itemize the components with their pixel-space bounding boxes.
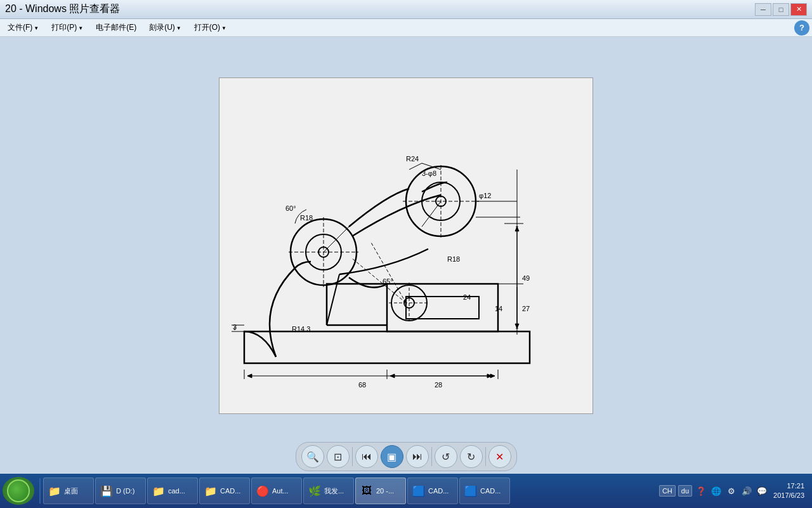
- taskbar-item-cad3[interactable]: 🟦 CAD...: [407, 478, 458, 504]
- separator3: [485, 447, 486, 466]
- taskbar-item-cad2[interactable]: 📁 CAD...: [199, 478, 250, 504]
- notification-icon[interactable]: 💬: [756, 485, 768, 497]
- window-controls: ─ □ ✕: [755, 3, 807, 16]
- rotate-right-button[interactable]: ↻: [460, 445, 483, 468]
- d-drive-icon: 💾: [100, 484, 114, 498]
- window-title: 20 - Windows 照片查看器: [5, 3, 120, 16]
- dim-r18-mid: R18: [447, 255, 460, 263]
- taskbar-item-desktop[interactable]: 📁 桌面: [43, 478, 94, 504]
- speaker-icon[interactable]: 🔊: [740, 485, 753, 497]
- dim-phi12: φ12: [479, 192, 491, 199]
- dim-r24: R24: [406, 155, 419, 163]
- zoom-button[interactable]: 🔍: [301, 445, 324, 468]
- toolbar-group: 🔍 ⊡ ⏮ ▣ ⏭ ↺ ↻ ✕: [296, 442, 517, 471]
- photo-toolbar: 🔍 ⊡ ⏮ ▣ ⏭ ↺ ↻ ✕: [0, 439, 812, 474]
- menu-email[interactable]: 电子邮件(E): [91, 21, 141, 34]
- rotate-left-button[interactable]: ↺: [435, 445, 457, 468]
- dim-14: 14: [495, 305, 502, 312]
- slideshow-button[interactable]: ▣: [381, 445, 403, 468]
- maximize-button[interactable]: □: [773, 3, 789, 16]
- start-button[interactable]: [3, 477, 34, 505]
- prev-button[interactable]: ⏮: [355, 445, 378, 468]
- menu-file[interactable]: 文件(F)▼: [3, 21, 44, 34]
- cad4-label: CAD...: [480, 487, 501, 495]
- dim-angle65: 65°: [383, 277, 393, 285]
- dim-r18-top: R18: [300, 214, 313, 222]
- cad4-icon: 🟦: [464, 484, 478, 498]
- taskbar-item-photos[interactable]: 🖼 20 -...: [355, 478, 406, 504]
- minimize-button[interactable]: ─: [755, 3, 771, 16]
- dim-r14: R14.3: [292, 325, 310, 333]
- separator2: [431, 447, 432, 466]
- cad1-label: cad...: [168, 487, 185, 495]
- taskbar: 📁 桌面 💾 D (D:) 📁 cad... 📁 CAD... 🔴 Aut...…: [0, 474, 812, 508]
- menu-burn[interactable]: 刻录(U)▼: [144, 21, 187, 34]
- desktop-label: 桌面: [64, 486, 78, 496]
- help-tray-icon[interactable]: ❓: [695, 485, 707, 497]
- taskbar-item-d-drive[interactable]: 💾 D (D:): [95, 478, 146, 504]
- dim-24: 24: [463, 293, 471, 301]
- cad2-icon: 📁: [204, 484, 218, 498]
- photos-label: 20 -...: [376, 487, 394, 495]
- cad3-label: CAD...: [428, 487, 449, 495]
- taskbar-item-autocad[interactable]: 🔴 Aut...: [251, 478, 302, 504]
- menu-open[interactable]: 打开(O)▼: [189, 21, 232, 34]
- menu-bar: 文件(F)▼ 打印(P)▼ 电子邮件(E) 刻录(U)▼ 打开(O)▼ ?: [0, 19, 812, 37]
- desktop-icon: 📁: [48, 484, 62, 498]
- clock-display[interactable]: 17:21 2017/6/23: [771, 481, 807, 501]
- svg-rect-0: [225, 84, 587, 408]
- taskbar-item-cad4[interactable]: 🟦 CAD...: [459, 478, 510, 504]
- language-button[interactable]: CH: [659, 485, 676, 497]
- d-drive-label: D (D:): [116, 487, 134, 495]
- dim-49: 49: [522, 274, 530, 282]
- system-tray: CH du ❓ 🌐 ⚙ 🔊 💬 17:21 2017/6/23: [659, 481, 809, 501]
- dim-angle60: 60°: [285, 204, 296, 212]
- taskbar-item-360[interactable]: 🌿 我发...: [303, 478, 354, 504]
- help-button[interactable]: ?: [794, 20, 809, 36]
- title-bar: 20 - Windows 照片查看器 ─ □ ✕: [0, 0, 812, 19]
- network-icon[interactable]: 🌐: [710, 485, 723, 497]
- taskbar-divider: [39, 478, 41, 504]
- taskbar-item-cad1[interactable]: 📁 cad...: [147, 478, 198, 504]
- cad-drawing: R24 3-φ8 φ12 R18 60° R18 65° 24 R14.3 49: [225, 84, 587, 408]
- image-viewer: R24 3-φ8 φ12 R18 60° R18 65° 24 R14.3 49: [219, 77, 593, 414]
- fit-button[interactable]: ⊡: [327, 445, 350, 468]
- dim-28: 28: [435, 381, 442, 389]
- dim-68: 68: [358, 381, 366, 389]
- menu-print[interactable]: 打印(P)▼: [46, 21, 88, 34]
- cad1-icon: 📁: [152, 484, 166, 498]
- start-button-icon: [7, 479, 30, 502]
- delete-button[interactable]: ✕: [488, 445, 511, 468]
- 360-label: 我发...: [324, 486, 344, 496]
- close-button[interactable]: ✕: [790, 3, 807, 16]
- dim-3: 3: [233, 323, 237, 331]
- cad3-icon: 🟦: [412, 484, 426, 498]
- dim-27: 27: [522, 305, 530, 312]
- cad2-label: CAD...: [220, 487, 240, 495]
- autocad-icon: 🔴: [256, 484, 270, 498]
- input-method-button[interactable]: du: [678, 485, 692, 497]
- dim-phi8: 3-φ8: [422, 170, 436, 177]
- next-button[interactable]: ⏭: [406, 445, 429, 468]
- settings-icon[interactable]: ⚙: [725, 485, 738, 497]
- 360-icon: 🌿: [308, 484, 322, 498]
- photos-icon: 🖼: [360, 484, 374, 498]
- separator: [352, 447, 353, 466]
- autocad-label: Aut...: [272, 487, 289, 495]
- main-content-area: R24 3-φ8 φ12 R18 60° R18 65° 24 R14.3 49: [0, 37, 812, 474]
